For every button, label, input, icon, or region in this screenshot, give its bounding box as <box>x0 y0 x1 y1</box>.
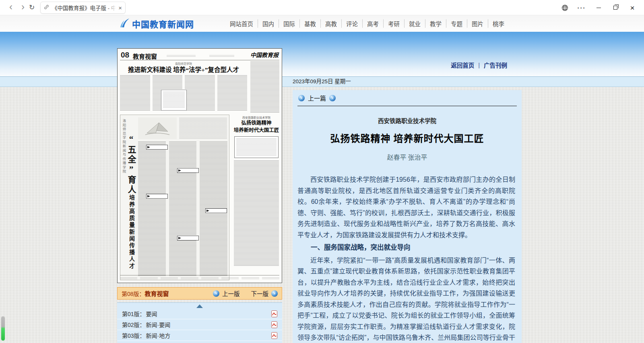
pdf-icon[interactable] <box>271 332 277 339</box>
page-number: 第01版： <box>122 310 145 318</box>
article-title: 弘扬铁路精神 培养新时代大国工匠 <box>293 131 522 145</box>
nav-item-commentary[interactable]: 评论 <box>341 19 362 28</box>
thumb-section-flag <box>177 236 199 240</box>
back-icon[interactable]: ‹ <box>5 0 17 15</box>
article-body: 西安铁路职业技术学院创建于1956年，是西安市政府部门主办的全日制普通高等职业院… <box>297 174 515 343</box>
page-number: 第02版： <box>122 320 145 329</box>
newspaper-header-microtext <box>167 55 196 58</box>
date-bar: 2023年09月25日 星期一 <box>0 76 644 87</box>
globe-icon[interactable] <box>556 0 573 15</box>
next-edition-globe-icon[interactable]: › <box>271 290 278 297</box>
nav-item-higher-edu[interactable]: 高教 <box>320 19 341 28</box>
edition-bar: 第08版： 教育视窗 ‹ 上一版 下一版 › <box>117 287 282 300</box>
article-section-heading: 一、服务国家战略，突出就业导向 <box>297 242 515 253</box>
banner: 返回首页 | 广告刊例 <box>0 32 644 76</box>
nav-item-basic-edu[interactable]: 基教 <box>299 19 320 28</box>
edition-section-name: 教育视窗 <box>145 289 169 298</box>
prev-article-link[interactable]: 上一篇 <box>308 94 326 102</box>
nav-item-domestic[interactable]: 国内 <box>258 19 279 28</box>
newspaper-page-thumbnail[interactable]: 08 教育视窗 中国教育报 南阳师范学院 推进新文科建设 培养“法学+”复合型人… <box>117 48 282 283</box>
prev-edition-link[interactable]: 上一版 <box>222 289 240 298</box>
nav-item-taoli[interactable]: 桃李 <box>488 19 509 28</box>
nav-item-employment[interactable]: 就业 <box>404 19 425 28</box>
thumb-article-right-infobox <box>234 136 279 158</box>
thumb-article-right-headline-2: 培养新时代大国工匠 <box>233 127 280 134</box>
link-icon <box>44 4 49 11</box>
next-edition-link[interactable]: 下一版 <box>251 289 269 298</box>
thumb-feature-lede-microtext <box>179 118 227 139</box>
pdf-icon[interactable] <box>271 321 277 328</box>
pages-list-item-01[interactable]: 第01版： 要闻 <box>117 308 282 319</box>
newspaper-page-number: 08 <box>121 51 129 60</box>
prev-edition-globe-icon[interactable]: ‹ <box>213 290 219 297</box>
thumb-article-top[interactable]: 南阳师范学院 推进新文科建设 培养“法学+”复合型人才 <box>120 62 247 113</box>
newspaper-footer-microtext <box>120 275 279 281</box>
scroll-indicator-pill[interactable] <box>1 316 5 341</box>
newspaper-section-name: 教育视窗 <box>133 52 157 60</box>
site-logo[interactable]: 中国教育新闻网 <box>120 17 194 30</box>
ad-rates-link[interactable]: 广告刊例 <box>484 61 507 69</box>
nav-item-pictures[interactable]: 图片 <box>467 19 488 28</box>
article-paragraph-1: 西安铁路职业技术学院创建于1956年，是西安市政府部门主办的全日制普通高等职业院… <box>297 174 515 240</box>
article-panel: ‹ 上一篇 › 西安铁路职业技术学院 弘扬铁路精神 培养新时代大国工匠 赵春平 … <box>293 90 522 343</box>
nav-item-international[interactable]: 国际 <box>279 19 299 28</box>
thumb-section-flag <box>205 208 227 213</box>
thumb-article-top-headline: 推进新文科建设 培养“法学+”复合型人才 <box>120 66 247 73</box>
pages-list-panel: 第01版： 要闻 第02版： 新闻·要闻 第03版： 新闻·地方 <box>117 302 282 343</box>
banner-links: 返回首页 | 广告刊例 <box>451 61 507 69</box>
pages-list-item-02[interactable]: 第02版： 新闻·要闻 <box>117 319 282 330</box>
pages-list-item-03[interactable]: 第03版： 新闻·地方 <box>117 330 282 341</box>
nav-item-teaching[interactable]: 教学 <box>425 19 446 28</box>
nav-item-kaoyan[interactable]: 考研 <box>383 19 404 28</box>
newspaper-masthead: 中国教育报 <box>250 51 279 59</box>
thumb-feature-headline-sub: 培养高质量新闻传播人才 <box>128 195 134 270</box>
article-nav: ‹ 上一篇 › <box>298 94 522 102</box>
thumb-article-top-kicker: 南阳师范学院 <box>120 62 247 66</box>
collapse-up-icon[interactable] <box>196 304 203 308</box>
site-nav: 网站首页 国内 国际 基教 高教 评论 高考 考研 就业 教学 专题 图片 桃李 <box>225 15 509 32</box>
page-title[interactable]: 要闻 <box>146 310 157 318</box>
nav-item-topics[interactable]: 专题 <box>446 19 467 28</box>
page-title[interactable]: 新闻·地方 <box>146 331 171 339</box>
pdf-icon[interactable] <box>271 310 277 317</box>
window-close-icon[interactable]: × <box>624 0 641 15</box>
prev-article-globe-icon[interactable]: ‹ <box>298 95 305 101</box>
thumb-article-right[interactable]: 西安铁路职业技术学院 弘扬铁路精神 培养新时代大国工匠 <box>233 115 280 280</box>
edition-page-label: 第08版： <box>122 290 145 298</box>
tab-title: 《中国教育报》电子版 - 中国教 <box>52 4 116 12</box>
newspaper-issue-microtext <box>209 55 234 57</box>
page-number: 第03版： <box>122 331 145 339</box>
nav-item-home[interactable]: 网站首页 <box>225 19 258 28</box>
date-text: 2023年09月25日 星期一 <box>293 77 351 86</box>
more-menu-icon[interactable]: ··· <box>573 0 590 15</box>
restore-icon[interactable] <box>607 0 624 15</box>
thumb-article-right-microtext <box>234 160 279 266</box>
banner-separator: | <box>478 62 480 68</box>
thumb-feature-affiliation: 洛阳师范学院新闻与传播学院 <box>122 119 126 214</box>
thumb-article-right-kicker: 西安铁路职业技术学院 <box>233 115 280 119</box>
page-title[interactable]: 新闻·要闻 <box>146 320 171 329</box>
thumb-right-column-microtext <box>250 62 279 113</box>
nav-item-gaokao[interactable]: 高考 <box>362 19 383 28</box>
browser-tab[interactable]: 《中国教育报》电子版 - 中国教 × <box>40 2 126 14</box>
thumb-section-flag <box>146 194 168 199</box>
back-home-link[interactable]: 返回首页 <box>451 61 474 69</box>
logo-swoosh-icon <box>120 17 130 30</box>
browser-chrome: ‹ › ↻ 《中国教育报》电子版 - 中国教 × ··· × <box>0 0 644 15</box>
tab-close-icon[interactable]: × <box>118 5 122 11</box>
thumb-feature-headline-main: “五全”育人 <box>126 134 136 195</box>
article-byline: 赵春平 张治平 <box>293 152 522 162</box>
article-paragraph-2: 近年来，学院紧扣“一带一路”高质量发展机遇和国家教育部门“一体、两翼、五重点”建… <box>297 255 515 343</box>
next-article-globe-icon[interactable]: › <box>329 95 336 101</box>
article-divider <box>297 106 517 106</box>
thumb-article-right-headline-1: 弘扬铁路精神 <box>233 120 280 127</box>
minimize-icon[interactable] <box>590 0 607 15</box>
article-kicker: 西安铁路职业技术学院 <box>293 116 522 125</box>
thumb-article-feature[interactable]: 洛阳师范学院新闻与传播学院 “五全”育人培养高质量新闻传播人才 <box>120 115 229 280</box>
thumb-feature-vertical-headline: “五全”育人培养高质量新闻传播人才 <box>127 134 135 276</box>
thumb-section-flag <box>177 168 199 173</box>
site-header: 中国教育新闻网 网站首页 国内 国际 基教 高教 评论 高考 考研 就业 教学 … <box>0 15 644 32</box>
reload-icon[interactable]: ↻ <box>26 0 38 15</box>
thumb-section-flag <box>146 145 168 150</box>
paper-plane-illustration <box>138 117 177 139</box>
